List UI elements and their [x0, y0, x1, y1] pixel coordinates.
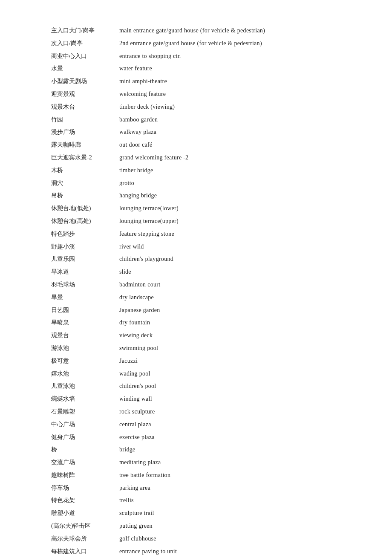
list-item: 观景木台timber deck (viewing) — [51, 102, 358, 112]
amenity-list: 主入口大门/岗亭main entrance gate/guard house (… — [51, 26, 358, 555]
chinese-label: 观景木台 — [51, 102, 119, 112]
chinese-label: 旱景 — [51, 292, 119, 303]
chinese-label: 蜿蜒水墙 — [51, 394, 119, 404]
english-label: grand welcoming feature -2 — [119, 153, 188, 163]
chinese-label: 竹园 — [51, 115, 119, 125]
list-item: 停车场parking area — [51, 483, 358, 493]
chinese-label: 休憩台地(低处) — [51, 203, 119, 214]
list-item: 日艺园Japanese garden — [51, 305, 358, 315]
chinese-label: 高尔夫球会所 — [51, 534, 119, 544]
english-label: Japanese garden — [119, 305, 160, 315]
english-label: dry fountain — [119, 318, 150, 328]
english-label: wading pool — [119, 369, 150, 379]
list-item: 羽毛球场badminton court — [51, 280, 358, 290]
english-label: walkway plaza — [119, 127, 156, 137]
list-item: (高尔夫)轻击区putting green — [51, 521, 358, 531]
english-label: water feature — [119, 64, 152, 74]
list-item: 主入口大门/岗亭main entrance gate/guard house (… — [51, 26, 358, 36]
english-label: meditating plaza — [119, 457, 161, 468]
english-label: bridge — [119, 445, 135, 455]
chinese-label: 儿童泳池 — [51, 381, 119, 391]
chinese-label: 观景台 — [51, 330, 119, 341]
english-label: river wild — [119, 242, 144, 252]
english-label: mini amphi-theatre — [119, 76, 167, 87]
english-label: Jacuzzi — [119, 356, 138, 366]
english-label: main entrance gate/guard house (for vehi… — [119, 26, 265, 36]
chinese-label: (高尔夫)轻击区 — [51, 521, 119, 531]
list-item: 旱喷泉dry fountain — [51, 318, 358, 328]
list-item: 中心广场central plaza — [51, 419, 358, 430]
list-item: 蜿蜒水墙winding wall — [51, 394, 358, 404]
list-item: 儿童泳池children's pool — [51, 381, 358, 391]
list-item: 游泳池swimming pool — [51, 343, 358, 353]
english-label: golf clubhouse — [119, 534, 156, 544]
list-item: 雕塑小道sculpture trail — [51, 508, 358, 518]
chinese-label: 迎宾景观 — [51, 89, 119, 99]
chinese-label: 趣味树阵 — [51, 470, 119, 480]
list-item: 旱冰道slide — [51, 267, 358, 277]
chinese-label: 旱冰道 — [51, 267, 119, 277]
list-item: 次入口/岗亭2nd entrance gate/guard house (for… — [51, 38, 358, 49]
chinese-label: 极可意 — [51, 356, 119, 366]
list-item: 露天咖啡廊out door café — [51, 140, 358, 150]
list-item: 极可意Jacuzzi — [51, 356, 358, 366]
list-item: 特色花架trellis — [51, 495, 358, 506]
list-item: 健身广场exercise plaza — [51, 432, 358, 442]
english-label: children's pool — [119, 381, 156, 391]
english-label: grotto — [119, 178, 134, 188]
chinese-label: 中心广场 — [51, 419, 119, 430]
list-item: 交流广场meditating plaza — [51, 457, 358, 468]
chinese-label: 特色踏步 — [51, 229, 119, 239]
list-item: 商业中心入口entrance to shopping ctr. — [51, 51, 358, 61]
list-item: 漫步广场walkway plaza — [51, 127, 358, 137]
list-item: 吊桥hanging bridge — [51, 191, 358, 201]
list-item: 特色踏步feature stepping stone — [51, 229, 358, 239]
english-label: children's playground — [119, 254, 173, 264]
list-item: 趣味树阵tree battle formation — [51, 470, 358, 480]
english-label: badminton court — [119, 280, 160, 290]
english-label: exercise plaza — [119, 432, 155, 442]
english-label: welcoming feature — [119, 89, 166, 99]
english-label: swimming pool — [119, 343, 158, 353]
list-item: 洞穴grotto — [51, 178, 358, 188]
list-item: 儿童乐园children's playground — [51, 254, 358, 264]
chinese-label: 木桥 — [51, 165, 119, 176]
english-label: rock sculpture — [119, 407, 155, 417]
chinese-label: 露天咖啡廊 — [51, 140, 119, 150]
list-item: 休憩台地(高处)lounging terrace(upper) — [51, 216, 358, 226]
english-label: timber deck (viewing) — [119, 102, 175, 112]
chinese-label: 每栋建筑入口 — [51, 546, 119, 555]
english-label: bamboo garden — [119, 115, 158, 125]
list-item: 观景台viewing deck — [51, 330, 358, 341]
chinese-label: 特色花架 — [51, 495, 119, 506]
list-item: 桥bridge — [51, 445, 358, 455]
chinese-label: 次入口/岗亭 — [51, 38, 119, 49]
list-item: 休憩台地(低处)lounging terrace(lower) — [51, 203, 358, 214]
list-item: 每栋建筑入口entrance paving to unit — [51, 546, 358, 555]
chinese-label: 洞穴 — [51, 178, 119, 188]
english-label: putting green — [119, 521, 153, 531]
english-label: dry landscape — [119, 292, 154, 303]
chinese-label: 石景雕塑 — [51, 407, 119, 417]
english-label: tree battle formation — [119, 470, 170, 480]
list-item: 巨大迎宾水景-2grand welcoming feature -2 — [51, 153, 358, 163]
chinese-label: 雕塑小道 — [51, 508, 119, 518]
chinese-label: 羽毛球场 — [51, 280, 119, 290]
chinese-label: 日艺园 — [51, 305, 119, 315]
list-item: 野趣小溪river wild — [51, 242, 358, 252]
english-label: entrance paving to unit — [119, 546, 177, 555]
chinese-label: 桥 — [51, 445, 119, 455]
list-item: 石景雕塑rock sculpture — [51, 407, 358, 417]
chinese-label: 休憩台地(高处) — [51, 216, 119, 226]
list-item: 嬉水池wading pool — [51, 369, 358, 379]
english-label: winding wall — [119, 394, 152, 404]
english-label: entrance to shopping ctr. — [119, 51, 181, 61]
chinese-label: 巨大迎宾水景-2 — [51, 153, 119, 163]
english-label: trellis — [119, 495, 134, 506]
chinese-label: 交流广场 — [51, 457, 119, 468]
english-label: central plaza — [119, 419, 151, 430]
english-label: parking area — [119, 483, 150, 493]
chinese-label: 漫步广场 — [51, 127, 119, 137]
list-item: 小型露天剧场mini amphi-theatre — [51, 76, 358, 87]
list-item: 高尔夫球会所golf clubhouse — [51, 534, 358, 544]
